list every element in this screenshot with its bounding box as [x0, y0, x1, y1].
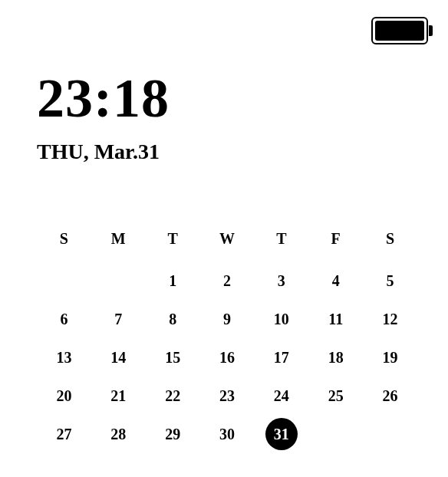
calendar: S M T W T F S 12345678910111213141516171…	[37, 230, 417, 460]
time-display: 23:18	[37, 71, 170, 126]
weekday-label: M	[91, 230, 146, 252]
calendar-day: 29	[146, 422, 200, 446]
calendar-day: 24	[254, 383, 308, 408]
calendar-day: 2	[200, 268, 255, 293]
calendar-day: 17	[254, 345, 308, 370]
calendar-day	[91, 268, 146, 293]
calendar-day: 19	[363, 345, 417, 370]
calendar-day	[37, 268, 91, 293]
weekday-label: F	[308, 230, 363, 252]
calendar-day: 16	[200, 345, 255, 370]
weekday-label: S	[363, 230, 417, 252]
calendar-day: 7	[91, 307, 146, 331]
calendar-day: 4	[308, 268, 363, 293]
calendar-row: 12345	[37, 268, 417, 293]
calendar-day: 21	[91, 383, 146, 408]
calendar-day: 12	[363, 307, 417, 331]
calendar-day	[363, 422, 417, 446]
calendar-day: 6	[37, 307, 91, 331]
calendar-day: 28	[91, 422, 146, 446]
calendar-row: 6789101112	[37, 307, 417, 331]
calendar-day: 9	[200, 307, 255, 331]
weekday-label: T	[254, 230, 308, 252]
calendar-day: 15	[146, 345, 200, 370]
calendar-day: 25	[308, 383, 363, 408]
calendar-day: 10	[254, 307, 308, 331]
calendar-day: 26	[363, 383, 417, 408]
calendar-day: 14	[91, 345, 146, 370]
clock-block: 23:18 THU, Mar.31	[37, 71, 170, 164]
battery-icon	[371, 17, 433, 44]
calendar-day: 30	[200, 422, 255, 446]
calendar-day: 11	[308, 307, 363, 331]
calendar-row: 20212223242526	[37, 383, 417, 408]
calendar-day: 1	[146, 268, 200, 293]
calendar-day: 18	[308, 345, 363, 370]
calendar-day	[308, 422, 363, 446]
calendar-weekday-header: S M T W T F S	[37, 230, 417, 252]
calendar-day: 3	[254, 268, 308, 293]
date-display: THU, Mar.31	[37, 140, 170, 164]
calendar-day: 22	[146, 383, 200, 408]
calendar-day: 8	[146, 307, 200, 331]
calendar-row: 13141516171819	[37, 345, 417, 370]
calendar-day: 13	[37, 345, 91, 370]
weekday-label: W	[200, 230, 255, 252]
weekday-label: S	[37, 230, 91, 252]
calendar-row: 2728293031	[37, 422, 417, 446]
calendar-day: 20	[37, 383, 91, 408]
calendar-day: 27	[37, 422, 91, 446]
calendar-day: 23	[200, 383, 255, 408]
weekday-label: T	[146, 230, 200, 252]
calendar-body: 1234567891011121314151617181920212223242…	[37, 268, 417, 446]
calendar-day: 5	[363, 268, 417, 293]
calendar-day: 31	[254, 422, 308, 446]
